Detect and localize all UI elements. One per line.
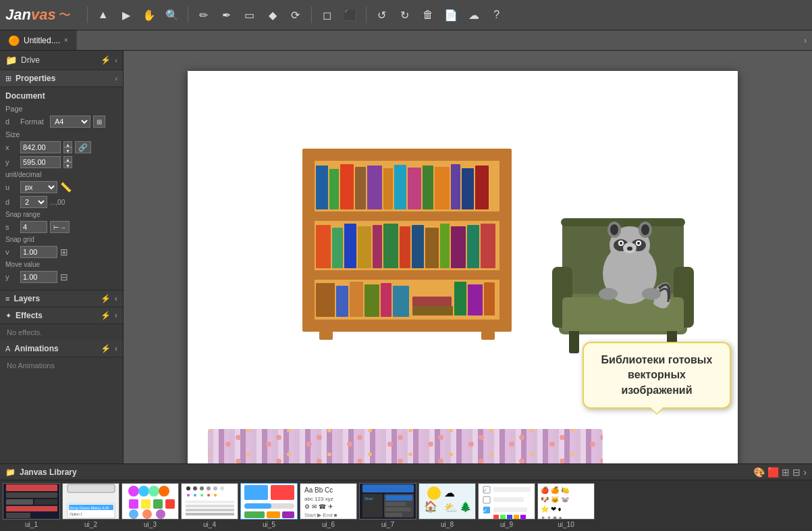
thumbnail-8[interactable]: ☁ 🏠 ⛅ 🌲 ui_8 xyxy=(418,483,476,528)
animations-label: Animations xyxy=(14,344,58,353)
effects-header[interactable]: ✦ Effects ⚡ ‹ xyxy=(0,307,123,324)
tooltip-line1: Библиотеки готовых xyxy=(601,354,713,365)
svg-text:🏠: 🏠 xyxy=(424,500,437,513)
thumbnail-7[interactable]: Start ui_7 xyxy=(359,483,416,528)
hand-tool-btn[interactable]: ✋ xyxy=(139,5,159,25)
svg-rect-19 xyxy=(462,168,474,209)
height-up-btn[interactable]: ▲ xyxy=(63,156,72,162)
bookshelf-graphic xyxy=(292,138,522,341)
delete-btn[interactable]: 🗑 xyxy=(418,5,438,25)
thumb-img-8: ☁ 🏠 ⛅ 🌲 xyxy=(418,483,476,520)
thumbnail-3[interactable]: ui_3 xyxy=(121,483,179,528)
format-select[interactable]: A4A3LetterCustom xyxy=(50,116,90,128)
floral-pattern xyxy=(208,429,603,463)
height-input[interactable] xyxy=(20,156,61,168)
svg-point-64 xyxy=(637,242,640,245)
thumbnail-10[interactable]: 🍎 🍊 🍋 🐶 🐱 🐭 ⭐ ❤ ♦ ★ ✦ ◆ ● ui_10 xyxy=(537,483,595,528)
pencil-tool-btn[interactable]: ✏ xyxy=(194,5,214,25)
thumb-label-3: ui_3 xyxy=(144,521,157,528)
library-color-btn[interactable]: 🎨 xyxy=(753,467,765,478)
snap-grid-icon-btn[interactable]: ⊞ xyxy=(60,247,68,257)
library-grid-btn[interactable]: ⊟ xyxy=(792,467,801,478)
stroke-tool-btn[interactable]: ⬛ xyxy=(340,5,360,25)
svg-rect-28 xyxy=(412,225,424,268)
redo-btn[interactable]: ↻ xyxy=(395,5,415,25)
thumbnails-row: ui_1 Drop Down Menu A-B Option 1 ui_2 xyxy=(0,480,812,531)
cursor-tool-btn[interactable]: ▶ xyxy=(116,5,136,25)
svg-rect-74 xyxy=(34,499,57,505)
width-input[interactable] xyxy=(20,141,61,153)
rotate-tool-btn[interactable]: ⟳ xyxy=(286,5,306,25)
zoom-tool-btn[interactable]: 🔍 xyxy=(162,5,182,25)
canvas-area[interactable]: Библиотеки готовых векторных изображений xyxy=(124,51,812,463)
height-down-btn[interactable]: ▼ xyxy=(63,162,72,168)
decimal-select[interactable]: 2013 xyxy=(20,196,47,208)
svg-rect-77 xyxy=(67,484,115,492)
format-row: d Format A4A3LetterCustom ⊞ xyxy=(5,116,117,128)
library-view-btn[interactable]: ⊞ xyxy=(782,467,790,478)
thumbnail-4[interactable]: ui_4 xyxy=(181,483,238,528)
svg-rect-76 xyxy=(6,513,30,518)
snap-grid-input[interactable] xyxy=(20,246,57,258)
library-scroll-right[interactable]: › xyxy=(803,467,807,478)
separator-3 xyxy=(311,7,312,23)
svg-rect-12 xyxy=(367,166,382,209)
svg-rect-144 xyxy=(500,515,506,519)
svg-rect-38 xyxy=(381,283,391,317)
shape-tool-btn[interactable]: ◆ xyxy=(263,5,283,25)
help-btn[interactable]: ? xyxy=(487,5,507,25)
svg-rect-117 xyxy=(282,511,294,518)
decimal-d-label: d xyxy=(5,198,18,206)
tab-scroll-right[interactable]: › xyxy=(799,30,812,50)
select-tool-btn[interactable]: ▲ xyxy=(93,5,113,25)
duplicate-btn[interactable]: 📄 xyxy=(441,5,461,25)
thumbnail-1[interactable]: ui_1 xyxy=(3,483,60,528)
effects-icon: ✦ xyxy=(5,311,11,320)
logo-text: Janvas xyxy=(5,6,56,24)
svg-text:⚙ ✉ ☎ ✈: ⚙ ✉ ☎ ✈ xyxy=(304,503,333,510)
layers-header[interactable]: ≡ Layers ⚡ ‹ xyxy=(0,290,123,307)
svg-rect-140 xyxy=(493,487,531,492)
svg-point-67 xyxy=(610,224,618,235)
library-palette-btn[interactable]: 🟥 xyxy=(767,467,779,478)
format-icon-btn[interactable]: ⊞ xyxy=(93,116,105,128)
lock-aspect-btn[interactable]: 🔗 xyxy=(75,141,91,153)
properties-header[interactable]: ⊞ Properties ‹ xyxy=(0,70,123,87)
svg-rect-109 xyxy=(186,509,234,511)
undo-btn[interactable]: ↺ xyxy=(372,5,392,25)
fill-tool-btn[interactable]: ◻ xyxy=(317,5,337,25)
thumbnail-9[interactable]: ✓ ✓ ui_9 xyxy=(478,483,535,528)
svg-rect-147 xyxy=(520,515,526,519)
move-value-icon-btn[interactable]: ⊟ xyxy=(60,272,68,282)
thumb-img-6: Aa Bb Cc abc 123 xyz ⚙ ✉ ☎ ✈ Start ▶ End… xyxy=(300,483,357,520)
tab-close-btn[interactable]: × xyxy=(64,36,68,44)
svg-rect-89 xyxy=(129,499,138,509)
width-row: x ▲ ▼ 🔗 xyxy=(5,141,117,153)
animations-header[interactable]: A Animations ⚡ ‹ xyxy=(0,340,123,357)
active-tab[interactable]: 🟠 Untitled.... × xyxy=(0,30,77,50)
cloud-btn[interactable]: ☁ xyxy=(464,5,484,25)
snap-range-row: Snap range xyxy=(5,211,117,218)
thumbnail-2[interactable]: Drop Down Menu A-B Option 1 ui_2 xyxy=(62,483,119,528)
width-down-btn[interactable]: ▼ xyxy=(63,147,72,153)
unit-select[interactable]: pxmmcmin xyxy=(20,181,57,193)
svg-rect-18 xyxy=(451,164,460,209)
tab-icon: 🟠 xyxy=(8,35,20,46)
drive-collapse-btn[interactable]: ‹ xyxy=(115,56,117,64)
thumbnail-5[interactable]: ui_5 xyxy=(240,483,298,528)
svg-point-100 xyxy=(213,486,217,490)
svg-rect-30 xyxy=(440,224,450,268)
main-area: 📁 Drive ⚡ ‹ ⊞ Properties ‹ Document Page… xyxy=(0,51,812,463)
thumb-img-1 xyxy=(3,483,60,520)
thumbnail-6[interactable]: Aa Bb Cc abc 123 xyz ⚙ ✉ ☎ ✈ Start ▶ End… xyxy=(300,483,357,528)
svg-rect-8 xyxy=(316,166,328,209)
width-up-btn[interactable]: ▲ xyxy=(63,141,72,147)
snap-s-label: s xyxy=(5,223,18,231)
move-value-input[interactable] xyxy=(20,271,57,283)
svg-rect-20 xyxy=(475,166,489,209)
snap-input[interactable] xyxy=(20,221,47,233)
snap-magnet-btn[interactable]: ⊢→ xyxy=(50,221,70,233)
svg-point-69 xyxy=(599,288,618,300)
rect-tool-btn[interactable]: ▭ xyxy=(240,5,260,25)
pen-tool-btn[interactable]: ✒ xyxy=(217,5,237,25)
